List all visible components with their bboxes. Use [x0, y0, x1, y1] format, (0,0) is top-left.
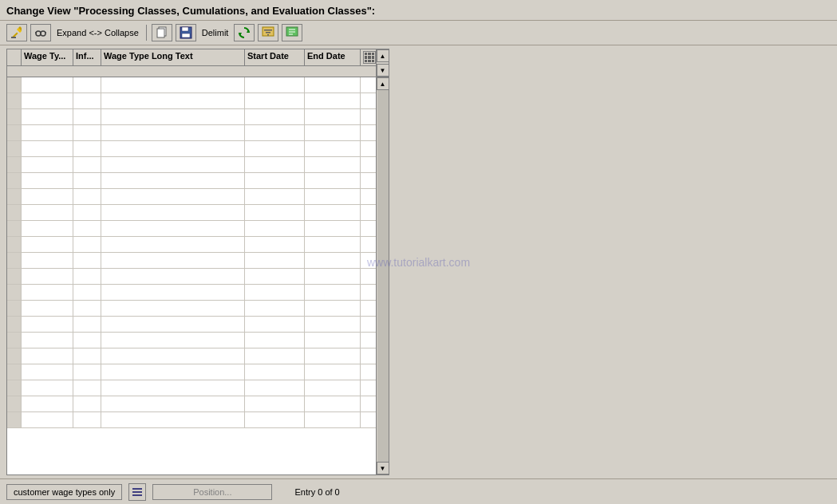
table-row[interactable]	[7, 237, 376, 253]
svg-point-4	[36, 31, 41, 36]
table-row[interactable]	[7, 93, 376, 109]
table-row[interactable]	[7, 348, 376, 364]
svg-rect-13	[182, 33, 190, 37]
table-row[interactable]	[7, 301, 376, 317]
table-row[interactable]	[7, 396, 376, 412]
expand-collapse-button[interactable]: Expand <-> Collapse	[54, 26, 141, 39]
svg-rect-18	[266, 32, 270, 33]
vertical-scrollbar[interactable]: ▲ ▼	[376, 49, 389, 77]
table-row[interactable]	[7, 317, 376, 333]
col-settings-header[interactable]	[361, 49, 376, 65]
table-header-inner: Wage Ty... Inf... Wage Type Long Text St…	[7, 49, 376, 77]
svg-rect-3	[11, 37, 16, 38]
toolbar: Expand <-> Collapse Delimit	[0, 21, 837, 45]
customer-wage-types-button[interactable]: customer wage types only	[6, 484, 122, 500]
save-button[interactable]	[176, 24, 196, 41]
expand-label: Expand	[57, 28, 86, 37]
col-startdate-header: Start Date	[245, 49, 305, 65]
table-row[interactable]	[7, 253, 376, 269]
svg-point-5	[41, 31, 45, 36]
svg-rect-19	[267, 34, 269, 36]
copy-button[interactable]	[152, 24, 172, 41]
table-body	[7, 77, 376, 474]
vertical-scrollbar-body[interactable]: ▲ ▼	[376, 77, 389, 474]
table-row[interactable]	[7, 77, 376, 93]
position-label: Position...	[193, 487, 231, 497]
col-check-header	[7, 49, 22, 65]
table-row[interactable]	[7, 125, 376, 141]
svg-rect-12	[182, 27, 188, 31]
collapse-label: Collapse	[105, 28, 139, 37]
table-row[interactable]	[7, 141, 376, 157]
table-row[interactable]	[7, 173, 376, 189]
col-wagety-header: Wage Ty...	[22, 49, 73, 65]
refresh-button[interactable]	[234, 24, 255, 41]
list-icon	[131, 486, 144, 498]
content-area: www.tutorialkart.com Wage Ty... Inf... W…	[0, 45, 837, 478]
table-row[interactable]	[7, 157, 376, 173]
delimit-button[interactable]: Delimit	[199, 26, 231, 39]
table-header: Wage Ty... Inf... Wage Type Long Text St…	[7, 49, 389, 77]
edit-button[interactable]	[6, 24, 27, 41]
scroll-down-arrow-top[interactable]: ▼	[377, 64, 389, 77]
export-button[interactable]	[282, 24, 302, 41]
position-button[interactable]: Position...	[152, 484, 272, 500]
delimit-label: Delimit	[202, 28, 229, 37]
scroll-up-arrow[interactable]: ▲	[377, 49, 389, 62]
bottom-bar: customer wage types only Position... Ent…	[0, 478, 837, 504]
table-row[interactable]	[7, 205, 376, 221]
col-wagelong-header: Wage Type Long Text	[101, 49, 245, 65]
table-row[interactable]	[7, 412, 376, 428]
data-table: Wage Ty... Inf... Wage Type Long Text St…	[6, 49, 389, 475]
small-icon-button[interactable]	[128, 483, 146, 501]
svg-rect-10	[157, 29, 164, 37]
arrow-label: <->	[89, 28, 105, 37]
column-headers: Wage Ty... Inf... Wage Type Long Text St…	[7, 49, 376, 66]
entry-info: Entry 0 of 0	[294, 487, 339, 497]
svg-rect-26	[132, 494, 142, 496]
svg-rect-24	[132, 488, 142, 490]
separator-1	[146, 25, 147, 41]
table-row[interactable]	[7, 333, 376, 348]
svg-rect-25	[132, 491, 142, 493]
scroll-down-arrow-body[interactable]: ▼	[377, 462, 389, 474]
col-inf-header: Inf...	[73, 49, 101, 65]
table-row[interactable]	[7, 285, 376, 301]
svg-rect-17	[264, 30, 272, 31]
refresh-icon	[238, 26, 251, 39]
table-row[interactable]	[7, 269, 376, 285]
edit-icon	[10, 26, 23, 39]
title-bar: Change View "Processing Classes, Cumulat…	[0, 0, 837, 21]
scroll-up-arrow-body[interactable]: ▲	[377, 77, 389, 90]
main-container: Change View "Processing Classes, Cumulat…	[0, 0, 837, 504]
table-row[interactable]	[7, 221, 376, 237]
table-body-container: ▲ ▼	[7, 77, 389, 474]
scroll-track	[377, 90, 389, 462]
save-icon	[180, 26, 192, 39]
table-row[interactable]	[7, 364, 376, 380]
view-button[interactable]	[30, 24, 51, 41]
filter-icon	[262, 26, 274, 39]
table-row[interactable]	[7, 109, 376, 125]
filter-button[interactable]	[258, 24, 278, 41]
col-enddate-header: End Date	[305, 49, 361, 65]
page-title: Change View "Processing Classes, Cumulat…	[6, 5, 375, 17]
view-icon	[34, 26, 47, 39]
column-settings-icon[interactable]	[363, 51, 376, 64]
table-header-wrapper: Wage Ty... Inf... Wage Type Long Text St…	[7, 49, 389, 77]
export-icon	[286, 26, 298, 39]
copy-icon	[156, 26, 168, 39]
table-row[interactable]	[7, 380, 376, 396]
table-row[interactable]	[7, 189, 376, 205]
